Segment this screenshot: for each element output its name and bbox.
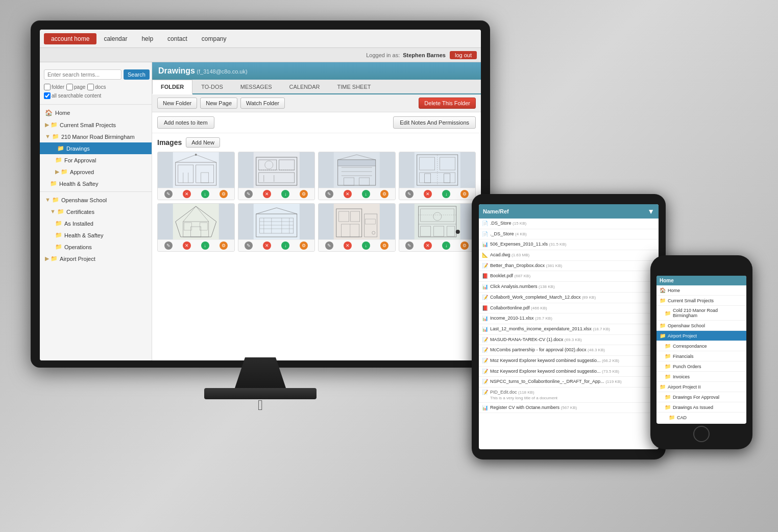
thumb-share-icon-7[interactable]: ⚙ — [380, 241, 388, 250]
search-button[interactable]: Search — [124, 69, 150, 80]
sidebar-certificates[interactable]: ▼ 📁 Certificates — [40, 206, 152, 217]
new-page-button[interactable]: New Page — [200, 98, 237, 109]
tablet-file-9[interactable]: 📊 Income_2010-11.xlsx (26.7 KB) — [479, 313, 659, 324]
thumb-edit-icon-5[interactable]: ✎ — [164, 241, 173, 250]
sidebar-as-installed[interactable]: 📁 As Installed — [40, 217, 152, 229]
image-thumb-6[interactable]: ✎ ✕ ↓ ⚙ — [238, 203, 315, 252]
tablet-file-13[interactable]: 📝 Moz Keyword Explorer keyword combined … — [479, 356, 659, 367]
phone-pdf[interactable]: 📁 PDF — [657, 423, 746, 424]
sidebar-openshaw[interactable]: ▼ 📁 Openshaw School — [40, 194, 152, 206]
tablet-file-16[interactable]: 📝 PID_Edit.doc (118 KB) This is a very l… — [479, 388, 659, 403]
thumb-share-icon-4[interactable]: ⚙ — [460, 190, 469, 198]
tab-folder[interactable]: FOLDER — [152, 80, 192, 94]
tablet-file-12[interactable]: 📝 McCombs partnership - for approval (00… — [479, 345, 659, 356]
thumb-share-icon-6[interactable]: ⚙ — [300, 241, 308, 250]
tablet-file-14[interactable]: 📝 Moz Keyword Explorer keyword combined … — [479, 367, 659, 377]
nav-help[interactable]: help — [134, 33, 160, 44]
logout-button[interactable]: log out — [450, 51, 477, 59]
phone-invoices[interactable]: 📁 Invoices — [657, 372, 746, 382]
sidebar-airport[interactable]: ▶ 📁 Airport Project — [40, 253, 152, 264]
tablet-file-6[interactable]: 📊 Click Analysis.numbers (138 KB) — [479, 282, 659, 293]
sidebar-drawings[interactable]: ▼ 📁 Drawings — [40, 142, 152, 154]
thumb-delete-icon-3[interactable]: ✕ — [344, 190, 352, 198]
phone-drawings-issued[interactable]: 📁 Drawings As Issued — [657, 402, 746, 413]
filter-folder[interactable] — [44, 84, 51, 90]
thumb-delete-icon-8[interactable]: ✕ — [424, 241, 432, 250]
tablet-file-15[interactable]: 📝 NSPCC_turns_to_Collabor8online_-_DRAFT… — [479, 377, 659, 388]
search-input[interactable] — [44, 69, 121, 80]
image-thumb-1[interactable]: ✎ ✕ ↓ ⚙ — [157, 152, 235, 200]
phone-cad[interactable]: 📁 CAD — [657, 413, 746, 423]
tablet-file-3[interactable]: 📐 Acad.dwg (1.63 MB) — [479, 250, 659, 261]
phone-airport[interactable]: 📁 Airport Project — [657, 331, 746, 341]
thumb-view-icon-5[interactable]: ↓ — [201, 241, 209, 250]
phone-financials[interactable]: 📁 Financials — [657, 351, 746, 361]
thumb-view-icon-7[interactable]: ↓ — [362, 241, 370, 250]
sidebar-health-saftey-1[interactable]: 📁 Health & Saftey — [40, 178, 152, 189]
image-thumb-2[interactable]: ✎ ✕ ↓ ⚙ — [238, 152, 315, 200]
sidebar-current-projects[interactable]: ▶ 📁 Current Small Projects — [40, 119, 152, 131]
tablet-file-7[interactable]: 📝 Collabor8_Work_completed_March_12.docx… — [479, 293, 659, 303]
sidebar-health-saftey-2[interactable]: 📁 Health & Saftey — [40, 229, 152, 241]
sidebar-for-approval[interactable]: 📁 For Approval — [40, 154, 152, 166]
thumb-delete-icon-5[interactable]: ✕ — [183, 241, 191, 250]
thumb-share-icon-1[interactable]: ⚙ — [220, 190, 228, 198]
filter-docs[interactable] — [87, 84, 94, 90]
tab-calendar[interactable]: CALENDAR — [281, 80, 329, 93]
phone-openshaw[interactable]: 📁 Openshaw School — [657, 321, 746, 331]
thumb-edit-icon-3[interactable]: ✎ — [325, 190, 333, 198]
phone-correspondance[interactable]: 📁 Correspondance — [657, 341, 746, 351]
tab-messages[interactable]: MESSAGES — [232, 80, 281, 93]
tablet-file-11[interactable]: 📝 MASUD-RANA-TAREK-CV (1).docx (69.3 KB) — [479, 335, 659, 346]
thumb-view-icon-1[interactable]: ↓ — [201, 190, 209, 198]
sidebar-approved[interactable]: ▶ 📁 Approved — [40, 166, 152, 178]
thumb-edit-icon-1[interactable]: ✎ — [164, 190, 173, 198]
thumb-delete-icon-1[interactable]: ✕ — [183, 190, 191, 198]
phone-punch-orders[interactable]: 📁 Punch Orders — [657, 361, 746, 372]
phone-airport-ii[interactable]: 📁 Airport Project II — [657, 382, 746, 392]
thumb-view-icon-3[interactable]: ↓ — [362, 190, 370, 198]
image-thumb-5[interactable]: ✎ ✕ ↓ ⚙ — [157, 203, 235, 252]
thumb-delete-icon-7[interactable]: ✕ — [344, 241, 352, 250]
phone-home-button[interactable] — [693, 426, 710, 442]
phone-cold-manor[interactable]: 📁 Cold 210 Manor Road Birmingham — [657, 306, 746, 321]
tablet-file-1[interactable]: 📄 ._DS_Store (4 KB) — [479, 229, 659, 240]
add-notes-button[interactable]: Add notes to item — [157, 116, 214, 129]
image-thumb-8[interactable]: ✎ ✕ ↓ ⚙ — [399, 203, 476, 252]
phone-home[interactable]: 🏠 Home — [657, 285, 746, 296]
tablet-file-2[interactable]: 📊 506_Expenses_2010_11.xls (31.5 KB) — [479, 239, 659, 250]
tablet-file-0[interactable]: 📄 .DS_Store (15 KB) — [479, 219, 659, 229]
image-thumb-7[interactable]: ✎ ✕ ↓ ⚙ — [318, 203, 396, 252]
thumb-edit-icon-7[interactable]: ✎ — [325, 241, 333, 250]
filter-all[interactable] — [44, 92, 51, 99]
sidebar-home[interactable]: 🏠 Home — [40, 107, 152, 119]
thumb-edit-icon-6[interactable]: ✎ — [245, 241, 253, 250]
phone-current-projects[interactable]: 📁 Current Small Projects — [657, 296, 746, 306]
thumb-view-icon-4[interactable]: ↓ — [442, 190, 450, 198]
add-new-image-button[interactable]: Add New — [186, 137, 220, 148]
delete-folder-button[interactable]: Delete This Folder — [419, 98, 476, 109]
nav-account-home[interactable]: account home — [44, 33, 96, 44]
sidebar-operations[interactable]: 📁 Operations — [40, 241, 152, 253]
tab-timesheet[interactable]: TIME SHEET — [328, 80, 379, 93]
phone-drawings-approval[interactable]: 📁 Drawings For Approval — [657, 392, 746, 402]
nav-company[interactable]: company — [195, 33, 234, 44]
thumb-edit-icon-2[interactable]: ✎ — [245, 190, 253, 198]
thumb-share-icon-3[interactable]: ⚙ — [380, 190, 388, 198]
nav-contact[interactable]: contact — [160, 33, 195, 44]
nav-calendar[interactable]: calendar — [96, 33, 134, 44]
thumb-delete-icon-2[interactable]: ✕ — [263, 190, 271, 198]
tablet-file-17[interactable]: 📊 Register CV with Octane.numbers (567 K… — [479, 403, 659, 414]
thumb-view-icon-2[interactable]: ↓ — [281, 190, 289, 198]
tablet-file-5[interactable]: 📕 Booklet.pdf (687 KB) — [479, 271, 659, 282]
tablet-file-10[interactable]: 📊 Last_12_months_income_expendature_2011… — [479, 324, 659, 335]
tablet-file-8[interactable]: 📕 Collabor8online.pdf (466 KB) — [479, 303, 659, 314]
thumb-edit-icon-8[interactable]: ✎ — [405, 241, 414, 250]
watch-folder-button[interactable]: Watch Folder — [240, 98, 285, 109]
tab-todos[interactable]: TO-DOS — [192, 80, 232, 93]
tablet-file-4[interactable]: 📝 Better_than_Dropbox.docx (381 KB) — [479, 261, 659, 272]
tablet-dropdown-icon[interactable]: ▼ — [647, 207, 654, 215]
thumb-edit-icon-4[interactable]: ✎ — [405, 190, 414, 198]
new-folder-button[interactable]: New Folder — [157, 98, 197, 109]
image-thumb-3[interactable]: ✎ ✕ ↓ ⚙ — [318, 152, 396, 200]
